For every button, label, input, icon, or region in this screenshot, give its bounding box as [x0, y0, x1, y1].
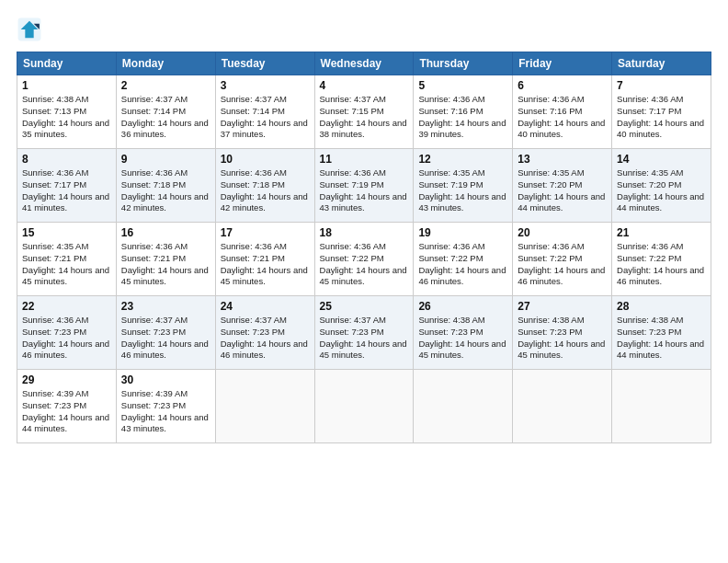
day-cell: 4 Sunrise: 4:37 AMSunset: 7:15 PMDayligh… [314, 75, 414, 149]
weekday-header-monday: Monday [116, 52, 215, 75]
day-info: Sunrise: 4:36 AMSunset: 7:17 PMDaylight:… [22, 167, 111, 214]
day-cell: 27 Sunrise: 4:38 AMSunset: 7:23 PMDaylig… [513, 296, 612, 370]
day-cell [215, 370, 314, 443]
day-info: Sunrise: 4:36 AMSunset: 7:16 PMDaylight:… [418, 94, 507, 141]
day-cell: 14 Sunrise: 4:35 AMSunset: 7:20 PMDaylig… [612, 149, 711, 223]
day-cell [314, 370, 414, 443]
day-number: 23 [121, 300, 210, 313]
day-number: 2 [121, 79, 210, 92]
day-info: Sunrise: 4:37 AMSunset: 7:14 PMDaylight:… [221, 94, 310, 141]
day-info: Sunrise: 4:36 AMSunset: 7:22 PMDaylight:… [518, 241, 607, 288]
day-number: 3 [221, 79, 310, 92]
day-number: 24 [221, 300, 310, 313]
day-cell: 29 Sunrise: 4:39 AMSunset: 7:23 PMDaylig… [17, 370, 117, 443]
header [17, 17, 711, 42]
logo [17, 17, 46, 42]
weekday-header-thursday: Thursday [414, 52, 513, 75]
weekday-header-saturday: Saturday [612, 52, 711, 75]
day-cell: 11 Sunrise: 4:36 AMSunset: 7:19 PMDaylig… [314, 149, 414, 223]
day-number: 6 [518, 79, 607, 92]
day-number: 25 [320, 300, 409, 313]
weekday-header-sunday: Sunday [17, 52, 117, 75]
day-info: Sunrise: 4:37 AMSunset: 7:23 PMDaylight:… [221, 315, 310, 362]
day-cell: 7 Sunrise: 4:36 AMSunset: 7:17 PMDayligh… [612, 75, 711, 149]
day-info: Sunrise: 4:35 AMSunset: 7:20 PMDaylight:… [518, 167, 607, 214]
day-info: Sunrise: 4:36 AMSunset: 7:22 PMDaylight:… [617, 241, 706, 288]
day-cell: 17 Sunrise: 4:36 AMSunset: 7:21 PMDaylig… [215, 223, 314, 296]
day-number: 27 [518, 300, 607, 313]
day-info: Sunrise: 4:38 AMSunset: 7:23 PMDaylight:… [518, 315, 607, 362]
day-info: Sunrise: 4:35 AMSunset: 7:19 PMDaylight:… [418, 167, 507, 214]
day-info: Sunrise: 4:36 AMSunset: 7:17 PMDaylight:… [617, 94, 706, 141]
day-number: 7 [617, 79, 706, 92]
day-number: 12 [418, 153, 507, 166]
day-number: 8 [22, 153, 111, 166]
weekday-header-wednesday: Wednesday [314, 52, 414, 75]
day-number: 21 [617, 226, 706, 239]
day-cell [414, 370, 513, 443]
day-cell: 18 Sunrise: 4:36 AMSunset: 7:22 PMDaylig… [314, 223, 414, 296]
day-info: Sunrise: 4:36 AMSunset: 7:22 PMDaylight:… [418, 241, 507, 288]
day-cell [513, 370, 612, 443]
day-info: Sunrise: 4:36 AMSunset: 7:21 PMDaylight:… [121, 241, 210, 288]
day-cell: 12 Sunrise: 4:35 AMSunset: 7:19 PMDaylig… [414, 149, 513, 223]
day-info: Sunrise: 4:36 AMSunset: 7:22 PMDaylight:… [320, 241, 409, 288]
day-cell: 22 Sunrise: 4:36 AMSunset: 7:23 PMDaylig… [17, 296, 117, 370]
day-info: Sunrise: 4:35 AMSunset: 7:21 PMDaylight:… [22, 241, 111, 288]
day-cell: 24 Sunrise: 4:37 AMSunset: 7:23 PMDaylig… [215, 296, 314, 370]
weekday-header-friday: Friday [513, 52, 612, 75]
day-number: 15 [22, 226, 111, 239]
day-number: 29 [22, 373, 111, 386]
week-row-2: 8 Sunrise: 4:36 AMSunset: 7:17 PMDayligh… [17, 149, 711, 223]
day-cell: 8 Sunrise: 4:36 AMSunset: 7:17 PMDayligh… [17, 149, 117, 223]
day-cell: 28 Sunrise: 4:38 AMSunset: 7:23 PMDaylig… [612, 296, 711, 370]
day-cell: 5 Sunrise: 4:36 AMSunset: 7:16 PMDayligh… [414, 75, 513, 149]
weekday-header-tuesday: Tuesday [215, 52, 314, 75]
day-number: 13 [518, 153, 607, 166]
day-number: 5 [418, 79, 507, 92]
day-number: 10 [221, 153, 310, 166]
day-info: Sunrise: 4:36 AMSunset: 7:18 PMDaylight:… [121, 167, 210, 214]
day-number: 1 [22, 79, 111, 92]
day-cell: 9 Sunrise: 4:36 AMSunset: 7:18 PMDayligh… [116, 149, 215, 223]
day-number: 28 [617, 300, 706, 313]
day-cell: 20 Sunrise: 4:36 AMSunset: 7:22 PMDaylig… [513, 223, 612, 296]
day-info: Sunrise: 4:39 AMSunset: 7:23 PMDaylight:… [22, 388, 111, 435]
day-info: Sunrise: 4:38 AMSunset: 7:23 PMDaylight:… [418, 315, 507, 362]
day-info: Sunrise: 4:39 AMSunset: 7:23 PMDaylight:… [121, 388, 210, 435]
day-cell: 19 Sunrise: 4:36 AMSunset: 7:22 PMDaylig… [414, 223, 513, 296]
day-info: Sunrise: 4:36 AMSunset: 7:19 PMDaylight:… [320, 167, 409, 214]
day-info: Sunrise: 4:35 AMSunset: 7:20 PMDaylight:… [617, 167, 706, 214]
day-info: Sunrise: 4:38 AMSunset: 7:23 PMDaylight:… [617, 315, 706, 362]
page: SundayMondayTuesdayWednesdayThursdayFrid… [0, 0, 728, 563]
day-number: 4 [320, 79, 409, 92]
day-number: 14 [617, 153, 706, 166]
day-cell: 15 Sunrise: 4:35 AMSunset: 7:21 PMDaylig… [17, 223, 117, 296]
day-number: 22 [22, 300, 111, 313]
day-cell: 6 Sunrise: 4:36 AMSunset: 7:16 PMDayligh… [513, 75, 612, 149]
day-info: Sunrise: 4:37 AMSunset: 7:14 PMDaylight:… [121, 94, 210, 141]
day-cell: 1 Sunrise: 4:38 AMSunset: 7:13 PMDayligh… [17, 75, 117, 149]
day-number: 20 [518, 226, 607, 239]
day-number: 30 [121, 373, 210, 386]
week-row-4: 22 Sunrise: 4:36 AMSunset: 7:23 PMDaylig… [17, 296, 711, 370]
day-cell: 3 Sunrise: 4:37 AMSunset: 7:14 PMDayligh… [215, 75, 314, 149]
day-cell [612, 370, 711, 443]
day-number: 26 [418, 300, 507, 313]
day-number: 9 [121, 153, 210, 166]
week-row-5: 29 Sunrise: 4:39 AMSunset: 7:23 PMDaylig… [17, 370, 711, 443]
day-cell: 30 Sunrise: 4:39 AMSunset: 7:23 PMDaylig… [116, 370, 215, 443]
day-cell: 10 Sunrise: 4:36 AMSunset: 7:18 PMDaylig… [215, 149, 314, 223]
weekday-header-row: SundayMondayTuesdayWednesdayThursdayFrid… [17, 52, 711, 75]
day-cell: 13 Sunrise: 4:35 AMSunset: 7:20 PMDaylig… [513, 149, 612, 223]
day-number: 18 [320, 226, 409, 239]
day-cell: 25 Sunrise: 4:37 AMSunset: 7:23 PMDaylig… [314, 296, 414, 370]
week-row-1: 1 Sunrise: 4:38 AMSunset: 7:13 PMDayligh… [17, 75, 711, 149]
day-cell: 23 Sunrise: 4:37 AMSunset: 7:23 PMDaylig… [116, 296, 215, 370]
day-info: Sunrise: 4:37 AMSunset: 7:23 PMDaylight:… [121, 315, 210, 362]
day-info: Sunrise: 4:37 AMSunset: 7:15 PMDaylight:… [320, 94, 409, 141]
day-cell: 16 Sunrise: 4:36 AMSunset: 7:21 PMDaylig… [116, 223, 215, 296]
day-number: 11 [320, 153, 409, 166]
day-number: 16 [121, 226, 210, 239]
logo-icon [17, 17, 42, 42]
